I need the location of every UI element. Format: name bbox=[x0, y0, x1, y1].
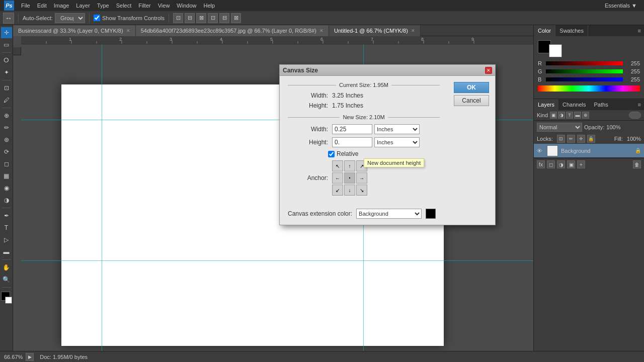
current-height-value: 1.75 Inches bbox=[332, 102, 363, 109]
new-size-header: New Size: 2.10M bbox=[288, 114, 440, 120]
new-size-line-left bbox=[288, 117, 340, 118]
anchor-center[interactable] bbox=[344, 172, 355, 184]
current-size-header: Current Size: 1.95M bbox=[288, 82, 440, 88]
dialog-footer: Canvas extension color: Background bbox=[280, 205, 448, 225]
new-height-units[interactable]: Inches bbox=[374, 137, 420, 147]
current-width-row: Width: 3.25 Inches bbox=[288, 92, 440, 99]
new-size-line-right bbox=[388, 117, 440, 118]
dialog-left: Current Size: 1.95M Width: 3.25 Inches H… bbox=[280, 76, 448, 225]
current-height-row: Height: 1.75 Inches bbox=[288, 102, 440, 109]
new-height-input[interactable] bbox=[332, 137, 372, 147]
dialog-content: Current Size: 1.95M Width: 3.25 Inches H… bbox=[280, 76, 495, 225]
anchor-n[interactable] bbox=[344, 160, 355, 171]
tooltip-height: New document height bbox=[364, 158, 424, 167]
relative-row: Relative bbox=[288, 150, 440, 157]
current-size-line-left bbox=[288, 85, 336, 85]
anchor-se[interactable] bbox=[356, 185, 367, 196]
dialog-title-bar: Canvas Size ✕ bbox=[280, 65, 495, 76]
canvas-size-dialog: Canvas Size ✕ Current Size: 1.95M Width:… bbox=[279, 64, 496, 225]
anchor-sw[interactable] bbox=[332, 185, 343, 196]
new-height-label: Height: bbox=[298, 139, 328, 146]
current-width-label: Width: bbox=[298, 92, 328, 99]
anchor-s[interactable] bbox=[344, 185, 355, 196]
dialog-buttons: OK Cancel bbox=[448, 76, 495, 225]
current-size-line-right bbox=[391, 85, 440, 85]
relative-label: Relative bbox=[337, 150, 358, 157]
canvas-ext-swatch[interactable] bbox=[426, 209, 436, 219]
new-width-units[interactable]: Inches bbox=[374, 124, 420, 134]
anchor-w[interactable] bbox=[332, 172, 343, 184]
anchor-e[interactable] bbox=[356, 172, 367, 184]
cancel-button[interactable]: Cancel bbox=[454, 95, 489, 106]
dialog-overlay: Canvas Size ✕ Current Size: 1.95M Width:… bbox=[0, 0, 644, 362]
relative-checkbox[interactable] bbox=[328, 151, 335, 157]
new-size-title: New Size: 2.10M bbox=[343, 114, 384, 120]
anchor-nw[interactable] bbox=[332, 160, 343, 171]
new-height-row: Height: Inches bbox=[288, 137, 440, 147]
current-size-title: Current Size: 1.95M bbox=[339, 82, 388, 88]
new-width-row: Width: Inches bbox=[288, 124, 440, 134]
dialog-body: Current Size: 1.95M Width: 3.25 Inches H… bbox=[280, 76, 448, 205]
new-width-input[interactable] bbox=[332, 124, 372, 134]
dialog-title: Canvas Size bbox=[283, 67, 485, 74]
canvas-ext-label: Canvas extension color: bbox=[288, 210, 352, 217]
anchor-label: Anchor: bbox=[288, 174, 328, 182]
anchor-grid bbox=[332, 160, 367, 196]
current-width-value: 3.25 Inches bbox=[332, 92, 363, 99]
dialog-close-btn[interactable]: ✕ bbox=[485, 67, 492, 74]
ok-button[interactable]: OK bbox=[454, 82, 489, 93]
canvas-ext-select[interactable]: Background bbox=[356, 209, 422, 219]
current-height-label: Height: bbox=[298, 102, 328, 109]
new-width-label: Width: bbox=[298, 126, 328, 133]
